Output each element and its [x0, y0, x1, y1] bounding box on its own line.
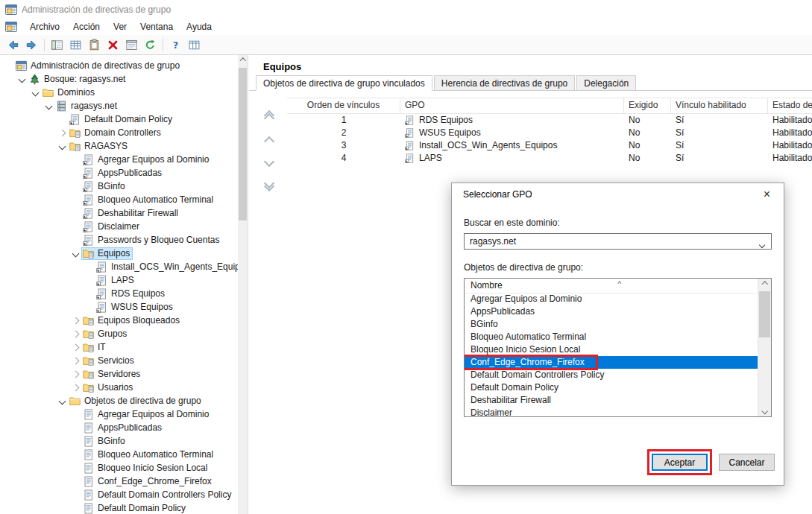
- tree-item-agregar-equipos-al-dominio[interactable]: Agregar Equipos al Dominio: [0, 153, 248, 166]
- back-button[interactable]: [4, 37, 22, 54]
- tree-item-administracion-de-directivas-de-grupo[interactable]: Administración de directivas de grupo: [0, 59, 248, 72]
- tree-item-install-ocs-win-agents-equipos[interactable]: Install_OCS_Win_Agents_Equipos: [0, 260, 248, 273]
- scroll-up-icon[interactable]: [238, 55, 248, 66]
- scrollbar-thumb[interactable]: [759, 291, 770, 337]
- tree-item-usuarios[interactable]: Usuarios: [0, 381, 248, 394]
- tree-item-laps[interactable]: LAPS: [0, 273, 248, 287]
- tree-scrollbar[interactable]: [238, 55, 248, 514]
- menu-accion[interactable]: Acción: [66, 19, 107, 34]
- tree-item-conf-edge-chrome-firefox[interactable]: Conf_Edge_Chrome_Firefox: [0, 475, 248, 488]
- tree-item-ragasys[interactable]: RAGASYS: [0, 139, 248, 153]
- gpo-list-item-bloqueo-inicio-sesion-local[interactable]: Bloqueo Inicio Sesion Local: [465, 343, 758, 356]
- gpo-list-item-default-domain-policy[interactable]: Default Domain Policy: [465, 381, 758, 394]
- expand-icon[interactable]: [69, 358, 81, 364]
- menu-ventana[interactable]: Ventana: [133, 19, 180, 34]
- collapse-icon[interactable]: [16, 77, 28, 82]
- column-header-estado-de[interactable]: Estado de: [768, 98, 812, 113]
- menu-ver[interactable]: Ver: [107, 19, 133, 34]
- collapse-icon[interactable]: [56, 144, 68, 149]
- domain-combobox[interactable]: ragasys.net: [464, 233, 772, 250]
- tree-item-servicios[interactable]: Servicios: [0, 354, 248, 367]
- columns-button[interactable]: [185, 37, 204, 54]
- expand-icon[interactable]: [69, 318, 81, 323]
- move-link-to-top-button[interactable]: [261, 110, 277, 124]
- list-column-header-nombre[interactable]: Nombre ^: [465, 279, 771, 294]
- tree-item-appspublicadas[interactable]: AppsPublicadas: [0, 166, 248, 180]
- gpo-list-item-deshabilitar-firewall[interactable]: Deshabilitar Firewall: [465, 394, 758, 407]
- console-tree-button[interactable]: [48, 37, 66, 54]
- close-button[interactable]: ×: [750, 183, 784, 206]
- move-link-down-button[interactable]: [261, 155, 277, 168]
- tree-item-wsus-equipos[interactable]: WSUS Equipos: [0, 300, 248, 314]
- column-header-exigido[interactable]: Exigido: [624, 98, 671, 113]
- expand-icon[interactable]: [69, 372, 81, 377]
- expand-icon[interactable]: [56, 130, 68, 136]
- export-list-button[interactable]: [66, 37, 85, 54]
- column-header-gpo[interactable]: GPO: [400, 98, 624, 113]
- expand-icon[interactable]: [69, 385, 81, 390]
- tree-item-it[interactable]: IT: [0, 340, 248, 354]
- tree-item-bginfo[interactable]: BGinfo: [0, 434, 248, 448]
- tree-item-domain-controllers[interactable]: Domain Controllers: [0, 126, 248, 139]
- tree-item-equipos-bloqueados[interactable]: Equipos Bloqueados: [0, 314, 248, 327]
- help-button[interactable]: ?: [166, 37, 185, 54]
- collapse-icon[interactable]: [29, 90, 41, 95]
- tree-item-default-domain-policy[interactable]: Default Domain Policy: [0, 501, 248, 514]
- forward-button[interactable]: [22, 37, 41, 54]
- tab-objetos-de-directiva-de-grupo-vinculados[interactable]: Objetos de directiva de grupo vinculados: [256, 75, 432, 91]
- tree-item-disclaimer[interactable]: Disclaimer: [0, 220, 248, 233]
- list-scrollbar[interactable]: [758, 279, 771, 416]
- tree-item-default-domain-policy[interactable]: Default Domain Policy: [0, 112, 248, 126]
- tab-herencia-de-directivas-de-grupo[interactable]: Herencia de directivas de grupo: [434, 75, 575, 91]
- gpo-list-item-default-domain-controllers-policy[interactable]: Default Domain Controllers Policy: [465, 369, 758, 381]
- delete-button[interactable]: [104, 37, 122, 54]
- tree-item-default-domain-controllers-policy[interactable]: Default Domain Controllers Policy: [0, 488, 248, 501]
- scroll-down-icon[interactable]: [758, 405, 771, 416]
- refresh-button[interactable]: [141, 37, 160, 54]
- tree-item-passwords-y-bloqueo-cuentas[interactable]: Passwords y Bloqueo Cuentas: [0, 233, 248, 247]
- tree-item-servidores[interactable]: Servidores: [0, 367, 248, 381]
- tree-item-dominios[interactable]: Dominios: [0, 86, 248, 99]
- window-list-button[interactable]: [122, 37, 141, 54]
- menu-archivo[interactable]: Archivo: [23, 19, 66, 34]
- tree-item-deshabilitar-firewall[interactable]: Deshabilitar Firewall: [0, 206, 248, 220]
- move-link-up-button[interactable]: [261, 135, 277, 148]
- gpo-link-row-wsus-equipos[interactable]: 2WSUS EquiposNoSíHabilitado: [287, 127, 812, 139]
- column-header-orden-de-vinculos[interactable]: Orden de vínculos: [287, 98, 400, 113]
- tree-item-bloqueo-inicio-sesion-local[interactable]: Bloqueo Inicio Sesion Local: [0, 461, 248, 475]
- collapse-icon[interactable]: [43, 104, 54, 109]
- gpo-link-row-install-ocs-win-agents-equipos[interactable]: 3Install_OCS_Win_Agents_EquiposNoSíHabil…: [287, 139, 812, 152]
- tree-item-bloqueo-automatico-terminal[interactable]: Bloqueo Automatico Terminal: [0, 448, 248, 461]
- collapse-icon[interactable]: [69, 251, 81, 256]
- tree-item-rds-equipos[interactable]: RDS Equipos: [0, 287, 248, 300]
- collapse-icon[interactable]: [56, 399, 68, 404]
- gpo-list-item-bloqueo-automatico-terminal[interactable]: Bloqueo Automatico Terminal: [465, 331, 758, 343]
- expand-icon[interactable]: [69, 331, 81, 337]
- gpo-list-item-conf-edge-chrome-firefox[interactable]: Conf_Edge_Chrome_Firefox: [465, 356, 758, 369]
- column-header-vinculo-habilitado[interactable]: Vínculo habilitado: [671, 98, 768, 113]
- tree-item-ragasys-net[interactable]: ragasys.net: [0, 99, 248, 112]
- accept-button[interactable]: Aceptar: [652, 454, 708, 471]
- tree-item-equipos[interactable]: Equipos: [0, 247, 248, 260]
- tree-item-objetos-de-directiva-de-grupo[interactable]: Objetos de directiva de grupo: [0, 394, 248, 407]
- cancel-button[interactable]: Cancelar: [719, 454, 775, 471]
- expand-icon[interactable]: [69, 345, 81, 350]
- gpo-list-item-bginfo[interactable]: BGinfo: [465, 318, 758, 331]
- clipboard-button[interactable]: [85, 37, 104, 54]
- menu-ayuda[interactable]: Ayuda: [180, 19, 218, 34]
- gpo-list-item-disclaimer[interactable]: Disclaimer: [465, 407, 758, 417]
- scrollbar-thumb[interactable]: [239, 68, 247, 220]
- scroll-up-icon[interactable]: [758, 279, 771, 290]
- tree-item-agregar-equipos-al-dominio[interactable]: Agregar Equipos al Dominio: [0, 407, 248, 421]
- move-link-to-bottom-button[interactable]: [261, 178, 277, 191]
- gpo-list-item-appspublicadas[interactable]: AppsPublicadas: [465, 305, 758, 318]
- tree-item-grupos[interactable]: Grupos: [0, 327, 248, 340]
- gpo-link-row-rds-equipos[interactable]: 1RDS EquiposNoSíHabilitado: [287, 114, 812, 127]
- gpo-list-item-agregar-equipos-al-dominio[interactable]: Agregar Equipos al Dominio: [465, 293, 758, 305]
- tree-item-bloqueo-automatico-terminal[interactable]: Bloqueo Automatico Terminal: [0, 193, 248, 206]
- tree-item-bosque-ragasys-net[interactable]: Bosque: ragasys.net: [0, 72, 248, 86]
- tree-item-bginfo[interactable]: BGinfo: [0, 180, 248, 193]
- tree-item-appspublicadas[interactable]: AppsPublicadas: [0, 421, 248, 434]
- gpo-link-row-laps[interactable]: 4LAPSNoSíHabilitado: [287, 152, 812, 165]
- tab-delegacion[interactable]: Delegación: [576, 75, 636, 91]
